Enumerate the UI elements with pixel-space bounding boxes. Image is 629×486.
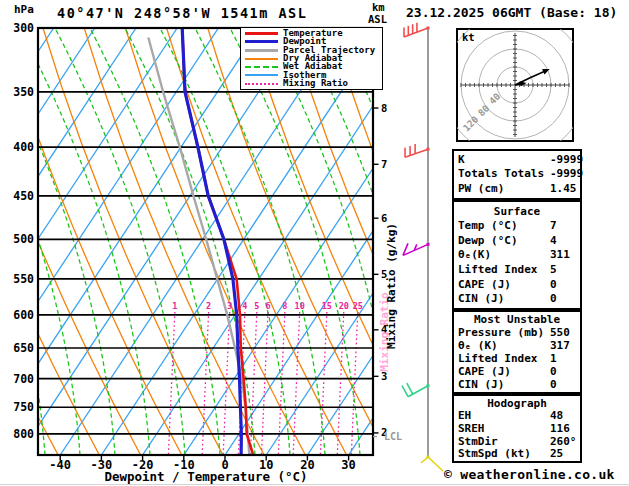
chart-legend: TemperatureDewpointParcel TrajectoryDry …	[240, 27, 383, 90]
svg-text:15: 15	[322, 301, 332, 311]
svg-text:20: 20	[339, 301, 349, 311]
stat-value: 1	[550, 353, 557, 365]
station-title: 40°47'N 248°58'W 1541m ASL	[57, 5, 307, 21]
mixing-ratio-labels: 123456810152025	[172, 301, 363, 311]
stat-label: SREH	[458, 422, 485, 435]
altitude-axis-unit-km: km	[372, 1, 385, 13]
hodograph: 4080120kt	[443, 13, 587, 157]
svg-text:8: 8	[282, 301, 287, 311]
table-row: Temp (°C)7	[454, 220, 580, 232]
legend-item: Mixing Ratio	[245, 80, 382, 88]
temp-axis-title: Dewpoint / Temperature (°C)	[104, 469, 307, 484]
stat-value: 25	[550, 448, 563, 460]
wind-barb	[405, 144, 430, 157]
wind-barb-column	[402, 23, 443, 471]
stat-value: 0	[550, 379, 557, 391]
mixing-ratio-axis-label: Mixing Ratio (g/kg)	[385, 223, 398, 349]
stat-value: -9999	[550, 168, 583, 180]
table-row: CIN (J)0	[454, 379, 580, 391]
table-row: Pressure (mb)550	[454, 327, 580, 339]
stat-label: StmDir	[458, 435, 498, 448]
table-row: Lifted Index1	[454, 353, 580, 365]
legend-line-sample	[245, 49, 278, 52]
stat-label: CAPE (J)	[458, 278, 511, 291]
table-row: Totals Totals-9999	[454, 168, 580, 180]
stat-value: -9999	[550, 154, 583, 166]
svg-text:3: 3	[227, 301, 232, 311]
legend-line-sample	[245, 83, 278, 85]
stat-value: 550	[550, 327, 570, 339]
stat-value: 0	[550, 366, 557, 378]
svg-text:10: 10	[295, 301, 305, 311]
svg-text:25: 25	[353, 301, 363, 311]
svg-text:8: 8	[381, 102, 387, 114]
svg-text:4: 4	[242, 301, 247, 311]
svg-text:6: 6	[265, 301, 270, 311]
svg-text:7: 7	[381, 158, 387, 170]
stat-label: CIN (J)	[458, 292, 504, 305]
temp-axis: -40-30-20-100102030Dewpoint / Temperatur…	[49, 455, 355, 484]
svg-text:550: 550	[13, 272, 34, 286]
stat-label: CAPE (J)	[458, 365, 511, 378]
stat-label: StmSpd (kt)	[458, 447, 531, 460]
table-row: K-9999	[454, 154, 580, 166]
table-row: EH48	[454, 410, 580, 422]
copyright-credit: © weatheronline.co.uk	[444, 467, 615, 482]
table-row: θₑ(K)311	[454, 249, 580, 261]
stat-value: 0	[550, 293, 557, 305]
table-row: Dewp (°C)4	[454, 235, 580, 247]
legend-line-sample	[245, 32, 278, 35]
lcl-label: LCL	[384, 431, 402, 442]
datetime-label: 23.12.2025 06GMT (Base: 18)	[406, 5, 617, 20]
wind-barb	[403, 243, 430, 256]
svg-text:300: 300	[13, 21, 34, 35]
stat-value: 4	[550, 235, 557, 247]
svg-text:600: 600	[13, 308, 34, 322]
wind-barb	[421, 456, 443, 472]
stat-value: 5	[550, 264, 557, 276]
table-row: CAPE (J)0	[454, 366, 580, 378]
window-bottom-edge	[0, 484, 629, 485]
stats-table-surface: SurfaceTemp (°C)7Dewp (°C)4θₑ(K)311Lifte…	[452, 200, 582, 310]
stats-table-indices: K-9999Totals Totals-9999PW (cm)1.45	[452, 149, 582, 200]
stat-label: Lifted Index	[458, 352, 537, 365]
stats-table-title: Most Unstable	[454, 313, 580, 326]
table-row: CAPE (J)0	[454, 279, 580, 291]
stat-label: Lifted Index	[458, 263, 537, 276]
stat-label: Temp (°C)	[458, 219, 518, 232]
table-row: θₑ (K)317	[454, 340, 580, 352]
stat-label: θₑ(K)	[458, 248, 491, 261]
stat-value: 0	[550, 279, 557, 291]
svg-text:500: 500	[13, 232, 34, 246]
stat-value: 116	[550, 423, 570, 435]
stat-label: CIN (J)	[458, 378, 504, 391]
stat-label: Dewp (°C)	[458, 234, 518, 247]
hodograph-unit-label: kt	[462, 31, 475, 43]
table-row: SREH116	[454, 423, 580, 435]
stat-label: PW (cm)	[458, 182, 504, 195]
stat-value: 1.45	[550, 183, 577, 195]
wind-barb	[404, 23, 430, 37]
svg-text:650: 650	[13, 341, 34, 355]
svg-text:750: 750	[13, 400, 34, 414]
stats-table-hodograph: HodographEH48SREH116StmDir260°StmSpd (kt…	[452, 394, 582, 463]
svg-text:1: 1	[172, 301, 177, 311]
altitude-axis-unit-asl: ASL	[368, 13, 387, 25]
stat-value: 317	[550, 340, 570, 352]
table-row: PW (cm)1.45	[454, 183, 580, 195]
stat-label: EH	[458, 409, 471, 422]
legend-line-sample	[245, 74, 278, 76]
svg-text:-40: -40	[49, 458, 71, 472]
legend-line-sample	[245, 40, 278, 43]
svg-text:800: 800	[13, 427, 34, 441]
table-row: CIN (J)0	[454, 293, 580, 305]
stat-value: 260°	[550, 436, 577, 448]
svg-text:350: 350	[13, 85, 34, 99]
svg-text:2: 2	[206, 301, 211, 311]
table-row: StmDir260°	[454, 436, 580, 448]
table-row: StmSpd (kt)25	[454, 448, 580, 460]
stat-label: Totals Totals	[458, 167, 544, 180]
legend-line-sample	[245, 66, 278, 68]
stats-table-title: Hodograph	[454, 397, 580, 410]
stat-value: 7	[550, 220, 557, 232]
